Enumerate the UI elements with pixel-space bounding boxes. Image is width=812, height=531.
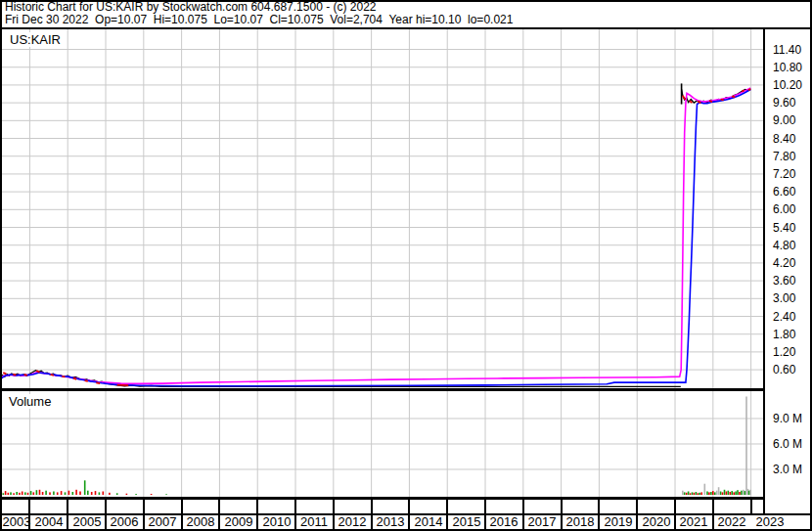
- year-tick-separator: [522, 500, 524, 513]
- stockwatch-historic-chart: Historic Chart for US:KAIR by Stockwatch…: [0, 0, 812, 531]
- year-label: 2005: [73, 515, 102, 529]
- price-axis-label: 10.80: [773, 60, 802, 75]
- volume-axis-label: 9.0 M: [773, 411, 802, 426]
- year-label: 2016: [490, 515, 519, 529]
- year-label: 2007: [149, 515, 177, 529]
- x-axis-years: 2003200420052006200720082009201020112012…: [0, 498, 812, 531]
- price-axis: 11.4010.8010.209.609.008.407.807.206.606…: [766, 29, 811, 390]
- year-label: 2011: [300, 515, 328, 529]
- header-divider: [0, 27, 812, 29]
- price-volume-divider: [0, 388, 764, 391]
- price-axis-label: 7.20: [773, 166, 795, 182]
- year-label: 2008: [187, 515, 215, 529]
- price-chart-panel: [0, 29, 764, 390]
- price-axis-label: 4.20: [773, 255, 795, 271]
- year-tick-separator: [294, 500, 296, 513]
- year-tick-separator: [750, 500, 752, 513]
- year-tick-separator: [371, 500, 373, 513]
- year-label-separator: [28, 515, 30, 530]
- year-label: 2020: [643, 515, 671, 529]
- year-label: 2021: [680, 515, 708, 529]
- series-down-day-ticks: [3, 89, 750, 385]
- volume-axis-label: 3.0 M: [773, 462, 802, 477]
- symbol-label: US:KAIR: [8, 32, 63, 47]
- year-label: 2009: [225, 515, 253, 529]
- volume-axis: 9.0 M6.0 M3.0 M: [766, 390, 811, 498]
- year-label: 2003: [3, 515, 31, 529]
- year-tick-separator: [636, 500, 638, 513]
- year-tick-separator: [28, 500, 30, 513]
- price-axis-label: 0.60: [773, 362, 795, 377]
- quote-summary-line: Fri Dec 30 2022 Op=10.07 Hi=10.075 Lo=10…: [0, 14, 808, 26]
- chart-right-border: [763, 29, 765, 515]
- year-label: 2006: [111, 515, 139, 529]
- year-label-separator: [712, 515, 714, 530]
- volume-chart-panel: [0, 390, 764, 498]
- price-axis-label: 5.40: [773, 220, 795, 236]
- year-label: 2010: [263, 515, 292, 529]
- year-label-separator: [333, 515, 335, 530]
- year-label: 2023: [756, 515, 785, 529]
- year-label: 2012: [338, 515, 367, 529]
- year-label-separator: [561, 515, 563, 530]
- year-label: 2014: [415, 515, 443, 529]
- volume-axis-label: 6.0 M: [773, 436, 802, 452]
- year-tick-separator: [218, 500, 220, 513]
- price-axis-label: 2.40: [773, 309, 795, 325]
- volume-bars: [1, 397, 752, 496]
- price-axis-label: 9.60: [773, 95, 795, 111]
- price-gridlines: [0, 29, 764, 390]
- price-axis-label: 1.20: [773, 344, 795, 360]
- year-label-separator: [674, 515, 676, 530]
- year-tick-separator: [712, 500, 714, 513]
- price-axis-label: 4.80: [773, 238, 795, 253]
- year-tick-separator: [67, 500, 68, 513]
- price-axis-label: 6.60: [773, 184, 795, 199]
- chart-header: Historic Chart for US:KAIR by Stockwatch…: [0, 1, 808, 26]
- price-axis-label: 8.40: [773, 131, 795, 147]
- year-label-separator: [256, 515, 258, 530]
- year-tick-separator: [446, 500, 448, 513]
- year-tick-separator: [484, 500, 486, 513]
- year-tick-separator: [256, 500, 258, 513]
- year-label-separator: [522, 515, 524, 530]
- volume-gridlines: [0, 390, 764, 498]
- year-label-separator: [218, 515, 220, 530]
- year-tick-separator: [333, 500, 335, 513]
- year-tick-separator: [674, 500, 676, 513]
- year-label-separator: [636, 515, 638, 530]
- year-tick-separator: [561, 500, 563, 513]
- frame-left-border: [0, 0, 2, 531]
- year-label: 2022: [718, 515, 746, 529]
- price-axis-label: 9.00: [773, 112, 795, 128]
- year-tick-separator: [408, 500, 410, 513]
- year-label-separator: [484, 515, 486, 530]
- year-label: 2019: [605, 515, 633, 529]
- volume-panel-label: Volume: [7, 394, 53, 409]
- year-label-separator: [446, 515, 448, 530]
- price-axis-label: 3.60: [773, 273, 795, 288]
- year-tick-separator: [598, 500, 600, 513]
- year-label: 2017: [528, 515, 557, 529]
- year-label-separator: [143, 515, 145, 530]
- year-label: 2004: [35, 515, 64, 529]
- year-label: 2015: [453, 515, 481, 529]
- year-tick-separator: [181, 500, 183, 513]
- year-label-separator: [371, 515, 373, 530]
- price-axis-label: 6.00: [773, 201, 795, 217]
- price-axis-label: 3.00: [773, 290, 795, 306]
- price-axis-label: 7.80: [773, 149, 795, 164]
- year-label-separator: [408, 515, 410, 530]
- year-tick-separator: [105, 500, 107, 513]
- price-axis-label: 11.40: [773, 42, 801, 58]
- series-long-moving-average: [0, 88, 750, 383]
- frame-top-border: [0, 0, 812, 2]
- price-axis-label: 10.20: [773, 77, 802, 93]
- year-label-separator: [294, 515, 296, 530]
- year-label: 2018: [566, 515, 595, 529]
- year-label: 2013: [377, 515, 405, 529]
- year-label-separator: [181, 515, 183, 530]
- year-label-separator: [67, 515, 68, 530]
- price-axis-label: 1.80: [773, 327, 795, 342]
- year-tick-separator: [143, 500, 145, 513]
